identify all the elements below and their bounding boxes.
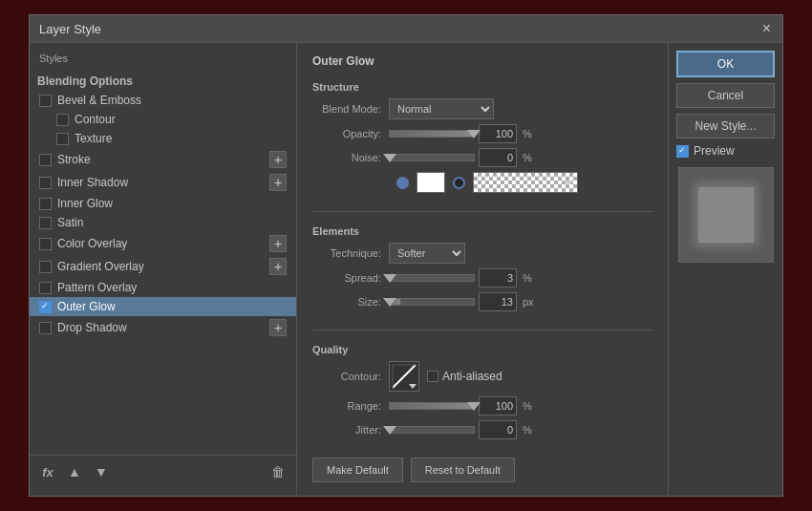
elements-title: Elements <box>312 225 652 237</box>
reset-default-button[interactable]: Reset to Default <box>411 458 515 482</box>
drop-shadow-checkbox[interactable] <box>39 322 52 334</box>
contour-checkbox[interactable] <box>56 114 69 126</box>
opacity-row: Opacity: % <box>312 124 652 143</box>
jitter-slider-wrap: % <box>389 420 532 439</box>
solid-color-radio[interactable] <box>396 177 409 189</box>
color-swatch[interactable] <box>417 172 445 193</box>
preview-checkbox[interactable] <box>676 145 689 158</box>
range-slider-wrap: % <box>389 396 532 415</box>
new-style-button[interactable]: New Style... <box>676 114 775 138</box>
color-overlay-checkbox[interactable] <box>39 238 52 250</box>
sidebar-item-pattern-overlay[interactable]: Pattern Overlay <box>30 278 296 297</box>
move-up-button[interactable]: ▲ <box>64 461 85 482</box>
preview-check-row[interactable]: Preview <box>676 144 775 158</box>
gradient-radio[interactable] <box>453 177 465 189</box>
size-slider[interactable] <box>389 298 475 306</box>
range-slider[interactable] <box>389 402 475 410</box>
drop-shadow-add-button[interactable]: + <box>269 319 287 336</box>
sidebar-item-stroke[interactable]: Stroke + <box>30 148 296 171</box>
inner-shadow-add-button[interactable]: + <box>269 174 287 191</box>
jitter-row: Jitter: % <box>312 420 652 439</box>
opacity-slider[interactable] <box>389 130 475 138</box>
opacity-input[interactable] <box>479 124 517 143</box>
color-overlay-label: Color Overlay <box>57 237 127 250</box>
sidebar-item-drop-shadow[interactable]: Drop Shadow + <box>30 316 296 339</box>
dialog-title: Layer Style <box>39 22 101 36</box>
move-down-button[interactable]: ▼ <box>91 461 112 482</box>
fx-label: fx <box>42 465 53 479</box>
technique-label: Technique: <box>312 247 389 259</box>
styles-list: Blending Options Bevel & Emboss Contour <box>30 70 296 455</box>
color-row <box>396 172 652 193</box>
inner-shadow-checkbox[interactable] <box>39 177 52 189</box>
jitter-label: Jitter: <box>312 424 389 436</box>
structure-section: Structure Blend Mode: Normal Dissolve Mu… <box>312 81 652 198</box>
size-row: Size: px <box>312 292 652 311</box>
stroke-add-button[interactable]: + <box>269 151 287 168</box>
satin-checkbox[interactable] <box>39 217 52 229</box>
range-unit: % <box>523 400 532 412</box>
blending-options-label: Blending Options <box>37 75 133 88</box>
styles-title: Styles <box>30 51 296 70</box>
outer-glow-checkbox[interactable] <box>39 301 52 313</box>
blend-mode-row: Blend Mode: Normal Dissolve Multiply Scr… <box>312 98 652 119</box>
spread-label: Spread: <box>312 272 389 284</box>
anti-alias-checkbox[interactable] <box>427 371 438 382</box>
cancel-button[interactable]: Cancel <box>676 83 775 108</box>
jitter-slider[interactable] <box>389 426 475 434</box>
texture-label: Texture <box>75 132 112 145</box>
structure-title: Structure <box>312 81 652 93</box>
quality-title: Quality <box>312 344 652 355</box>
sidebar-item-inner-glow[interactable]: Inner Glow <box>30 194 296 213</box>
inner-glow-label: Inner Glow <box>57 197 113 210</box>
noise-input[interactable] <box>479 148 517 167</box>
gradient-overlay-add-button[interactable]: + <box>269 258 287 275</box>
inner-glow-checkbox[interactable] <box>39 198 52 210</box>
stroke-label: Stroke <box>57 153 91 166</box>
gradient-overlay-checkbox[interactable] <box>39 261 52 273</box>
divider-1 <box>312 211 652 212</box>
middle-panel: Outer Glow Structure Blend Mode: Normal … <box>297 43 668 496</box>
color-overlay-add-button[interactable]: + <box>269 235 287 252</box>
fx-button[interactable]: fx <box>37 461 58 482</box>
sidebar-item-blending-options[interactable]: Blending Options <box>30 72 296 91</box>
jitter-input[interactable] <box>479 420 517 439</box>
sidebar-item-color-overlay[interactable]: Color Overlay + <box>30 232 296 255</box>
left-panel: Styles Blending Options Bevel & Emboss <box>30 43 297 496</box>
anti-alias-label[interactable]: Anti-aliased <box>427 370 502 383</box>
delete-button[interactable]: 🗑 <box>267 461 288 482</box>
contour-row: Contour: Anti-aliased <box>312 361 652 392</box>
contour-label: Contour: <box>312 371 389 382</box>
pattern-overlay-checkbox[interactable] <box>39 282 52 294</box>
sidebar-item-inner-shadow[interactable]: Inner Shadow + <box>30 171 296 194</box>
inner-shadow-label: Inner Shadow <box>57 176 128 189</box>
noise-slider[interactable] <box>389 154 475 161</box>
size-input[interactable] <box>479 292 517 311</box>
sidebar-item-outer-glow[interactable]: Outer Glow <box>30 297 296 316</box>
technique-select[interactable]: Softer Precise <box>389 243 465 264</box>
gradient-preview[interactable] <box>473 172 578 193</box>
spread-input[interactable] <box>479 268 517 287</box>
quality-section: Quality Contour: <box>312 344 652 444</box>
contour-preview[interactable] <box>389 361 419 392</box>
texture-checkbox[interactable] <box>56 133 69 145</box>
make-default-button[interactable]: Make Default <box>312 458 403 482</box>
spread-slider[interactable] <box>389 274 475 282</box>
stroke-checkbox[interactable] <box>39 154 52 166</box>
range-input[interactable] <box>479 396 517 415</box>
size-label: Size: <box>312 296 389 308</box>
opacity-slider-wrap: % <box>389 124 532 143</box>
spread-unit: % <box>523 272 532 284</box>
sidebar-item-bevel-emboss[interactable]: Bevel & Emboss <box>30 91 296 110</box>
sidebar-item-contour[interactable]: Contour <box>30 110 296 129</box>
blend-mode-label: Blend Mode: <box>312 103 389 115</box>
blend-mode-select[interactable]: Normal Dissolve Multiply Screen Overlay <box>389 98 494 119</box>
contour-label: Contour <box>75 113 116 126</box>
sidebar-item-texture[interactable]: Texture <box>30 129 296 148</box>
sidebar-item-satin[interactable]: Satin <box>30 213 296 232</box>
ok-button[interactable]: OK <box>676 51 775 77</box>
sidebar-item-gradient-overlay[interactable]: Gradient Overlay + <box>30 255 296 278</box>
size-unit: px <box>523 296 534 308</box>
bevel-emboss-checkbox[interactable] <box>39 95 52 107</box>
close-button[interactable]: × <box>760 21 773 36</box>
